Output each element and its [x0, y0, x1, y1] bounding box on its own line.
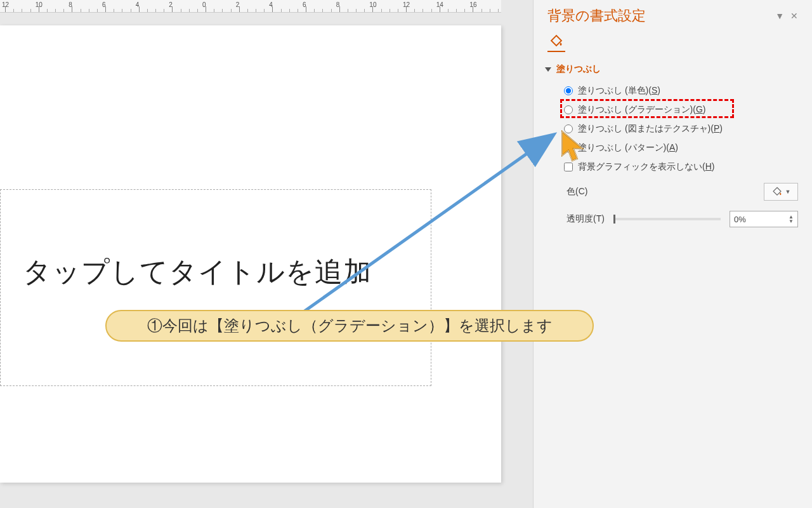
transparency-slider[interactable]: [613, 218, 721, 220]
fill-solid-input[interactable]: [564, 86, 573, 95]
fill-gradient-radio[interactable]: 塗りつぶし (グラデーション)(G): [564, 100, 798, 119]
paint-bucket-icon: [771, 186, 783, 197]
title-placeholder[interactable]: タップしてタイトルを追加: [0, 189, 431, 386]
instruction-callout: ①今回は【塗りつぶし（グラデーション）】を選択します: [105, 310, 594, 342]
fill-pattern-input[interactable]: [564, 144, 573, 152]
format-background-panel: 背景の書式設定 ▼ ✕ 塗りつぶし 塗りつぶし (単色)(S) 塗りつぶし (グ…: [533, 0, 812, 508]
fill-section-header[interactable]: 塗りつぶし: [534, 60, 812, 81]
dropdown-caret-icon: ▼: [785, 189, 791, 195]
fill-picture-radio[interactable]: 塗りつぶし (図またはテクスチャ)(P): [564, 119, 798, 138]
transparency-label: 透明度(T): [566, 213, 605, 225]
horizontal-ruler: 121086420246810121416: [0, 0, 501, 13]
spinner-down-icon[interactable]: ▼: [789, 219, 794, 224]
transparency-value: 0%: [734, 215, 746, 224]
slide-canvas[interactable]: タップしてタイトルを追加: [0, 25, 501, 483]
hide-bg-graphics-input[interactable]: [564, 163, 573, 171]
callout-text: ①今回は【塗りつぶし（グラデーション）】を選択します: [147, 316, 553, 336]
transparency-spinner[interactable]: 0% ▲ ▼: [730, 211, 798, 227]
fill-solid-radio[interactable]: 塗りつぶし (単色)(S): [564, 81, 798, 100]
fill-pattern-radio[interactable]: 塗りつぶし (パターン)(A): [564, 138, 798, 157]
panel-menu-icon[interactable]: ▼: [775, 11, 784, 21]
fill-section-label: 塗りつぶし: [556, 64, 601, 75]
hide-bg-graphics-checkbox[interactable]: 背景グラフィックを表示しない(H): [564, 157, 798, 177]
collapse-triangle-icon: [545, 67, 551, 72]
color-picker-button[interactable]: ▼: [764, 183, 798, 201]
title-placeholder-text: タップしてタイトルを追加: [23, 253, 372, 291]
fill-picture-input[interactable]: [564, 124, 573, 133]
panel-close-icon[interactable]: ✕: [790, 11, 798, 21]
panel-title: 背景の書式設定: [547, 6, 646, 25]
fill-tab-icon[interactable]: [547, 34, 565, 52]
slide-editor-area: 121086420246810121416 タップしてタイトルを追加: [0, 0, 527, 508]
color-label: 色(C): [566, 186, 587, 197]
fill-gradient-input[interactable]: [564, 105, 573, 114]
